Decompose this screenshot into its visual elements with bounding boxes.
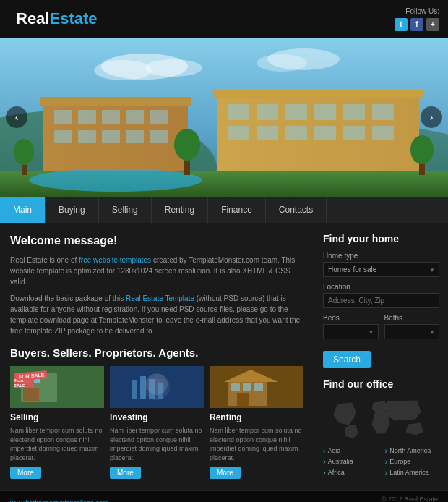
- renting-card-text: Nam liber tempor cum soluta no electend …: [210, 426, 303, 462]
- svg-rect-26: [285, 104, 307, 120]
- cards-container: FOR SALE Selling Nam liber tempor cum so…: [10, 366, 303, 479]
- svg-rect-18: [126, 130, 144, 143]
- selling-card: FOR SALE Selling Nam liber tempor cum so…: [10, 366, 104, 479]
- renting-more-button[interactable]: More: [210, 467, 241, 479]
- beds-wrapper: 1 2 3+: [323, 324, 379, 339]
- logo-real: Real: [16, 9, 49, 28]
- svg-rect-34: [343, 126, 365, 140]
- welcome-para2: Download the basic package of this Real …: [10, 293, 303, 336]
- nav-selling[interactable]: Selling: [99, 197, 152, 223]
- selling-card-image: FOR SALE: [10, 366, 104, 408]
- svg-point-5: [257, 54, 307, 72]
- svg-point-53: [144, 374, 170, 400]
- svg-rect-20: [40, 97, 191, 106]
- selling-card-text: Nam liber tempor cum soluta no electend …: [10, 426, 104, 462]
- location-label: Location: [323, 283, 439, 291]
- svg-rect-29: [372, 104, 394, 120]
- logo: RealEstate: [9, 5, 105, 33]
- investing-card-title: Investing: [110, 412, 204, 422]
- svg-rect-11: [78, 110, 96, 124]
- svg-rect-63: [254, 383, 263, 391]
- investing-more-button[interactable]: More: [110, 467, 141, 479]
- svg-rect-27: [314, 104, 336, 120]
- svg-rect-14: [150, 110, 168, 124]
- svg-rect-47: [33, 378, 40, 383]
- find-home-title: Find your home: [323, 233, 439, 244]
- svg-rect-28: [343, 104, 365, 120]
- svg-rect-64: [237, 393, 249, 406]
- prev-arrow[interactable]: ‹: [6, 106, 27, 128]
- selling-more-button[interactable]: More: [10, 467, 41, 479]
- investing-image-svg: [110, 366, 204, 408]
- location-input[interactable]: [323, 293, 439, 308]
- svg-rect-16: [78, 130, 96, 143]
- svg-rect-17: [102, 130, 120, 143]
- nav-main[interactable]: Main: [0, 197, 46, 223]
- beds-select[interactable]: 1 2 3+: [323, 324, 379, 339]
- svg-rect-32: [285, 126, 307, 140]
- svg-rect-55: [132, 380, 137, 399]
- svg-rect-10: [54, 110, 72, 124]
- main-content: Welcome message! Real Estate is one of f…: [0, 223, 448, 490]
- svg-point-43: [14, 139, 34, 165]
- svg-rect-19: [150, 130, 168, 143]
- renting-card: Renting Nam liber tempor cum soluta no e…: [210, 366, 303, 479]
- social-icons: t f +: [395, 18, 439, 31]
- svg-rect-57: [149, 379, 155, 399]
- footer-url-link[interactable]: www.heritagechristiancollege.com: [10, 499, 108, 502]
- search-button[interactable]: Search: [323, 351, 371, 368]
- follow-us-label: Follow Us:: [395, 7, 439, 15]
- region-australia[interactable]: Australia: [323, 457, 378, 466]
- map-col-right: North America Europe Latin America: [385, 446, 440, 479]
- find-office-title: Find our office: [323, 378, 439, 390]
- region-europe[interactable]: Europe: [385, 457, 440, 466]
- facebook-icon[interactable]: f: [410, 18, 423, 31]
- follow-us: Follow Us: t f +: [395, 7, 439, 31]
- home-type-select[interactable]: Homes for sale Homes for rent Commercial: [323, 262, 439, 277]
- free-templates-link[interactable]: free website templates: [79, 256, 151, 264]
- next-arrow[interactable]: ›: [421, 106, 442, 128]
- svg-rect-30: [228, 126, 249, 140]
- svg-point-3: [145, 59, 202, 77]
- svg-rect-31: [257, 126, 278, 140]
- world-map: [323, 397, 439, 441]
- home-type-wrapper: Homes for sale Homes for rent Commercial: [323, 262, 439, 277]
- svg-rect-24: [228, 104, 249, 120]
- nav-buying[interactable]: Buying: [46, 197, 99, 223]
- real-estate-template-link[interactable]: Real Estate Template: [126, 294, 194, 302]
- map-col-left: Asia Australia Africa: [323, 446, 378, 479]
- svg-rect-33: [314, 126, 336, 140]
- nav-finance[interactable]: Finance: [208, 197, 266, 223]
- investing-card: Investing Nam liber tempor cum soluta no…: [110, 366, 204, 479]
- nav-renting[interactable]: Renting: [152, 197, 208, 223]
- navigation: Main Buying Selling Renting Finance Cont…: [0, 197, 448, 223]
- svg-rect-56: [140, 376, 146, 399]
- googleplus-icon[interactable]: +: [426, 18, 439, 31]
- svg-rect-15: [54, 130, 72, 143]
- region-africa[interactable]: Africa: [323, 468, 378, 477]
- nav-contacts[interactable]: Contacts: [266, 197, 327, 223]
- footer: www.heritagechristiancollege.com © 2012 …: [0, 490, 448, 502]
- svg-rect-13: [126, 110, 144, 124]
- svg-rect-35: [372, 126, 394, 140]
- baths-group: Baths 1 2 3+: [384, 314, 440, 345]
- world-map-svg: [323, 397, 439, 441]
- twitter-icon[interactable]: t: [395, 18, 408, 31]
- svg-rect-48: [23, 388, 39, 401]
- baths-select[interactable]: 1 2 3+: [384, 324, 440, 339]
- hero-slider: ‹ ›: [0, 38, 448, 197]
- footer-copyright: © 2012 Real Estate: [312, 495, 438, 502]
- svg-point-2: [94, 60, 152, 80]
- baths-label: Baths: [384, 314, 440, 322]
- welcome-para1: Real Estate is one of free website templ…: [10, 255, 303, 287]
- logo-estate: Estate: [49, 9, 97, 28]
- svg-rect-61: [231, 383, 240, 391]
- beds-label: Beds: [323, 314, 379, 322]
- footer-copy: © 2012 Real Estate Website Template by T…: [312, 495, 438, 502]
- region-asia[interactable]: Asia: [323, 446, 378, 455]
- svg-point-54: [148, 378, 165, 396]
- region-north-america[interactable]: North America: [385, 446, 440, 455]
- svg-rect-12: [102, 110, 120, 124]
- selling-image-svg: FOR SALE: [10, 366, 104, 408]
- region-latin-america[interactable]: Latin America: [385, 468, 440, 477]
